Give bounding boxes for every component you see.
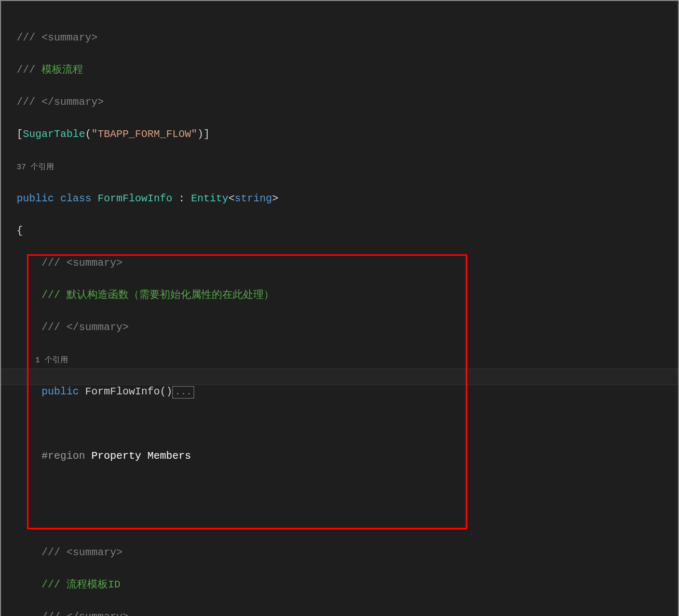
code-area[interactable]: /// <summary> /// 模板流程 /// </summary> [S…: [1, 1, 678, 616]
xml-doc: ///: [17, 64, 42, 76]
code-line[interactable]: public class FormFlowInfo : Entity<strin…: [17, 190, 678, 207]
codelens-line[interactable]: 37 个引用: [17, 158, 678, 174]
attribute-type: SugarTable: [23, 128, 85, 140]
ctor-name: FormFlowInfo: [79, 386, 160, 398]
references-codelens[interactable]: 1 个引用: [17, 354, 68, 366]
string-literal: "TBAPP_FORM_FLOW": [91, 128, 197, 140]
code-line[interactable]: [17, 480, 678, 496]
keyword: string: [235, 193, 272, 204]
xml-doc: /// </summary>: [17, 96, 104, 108]
xml-doc: /// <summary>: [17, 546, 123, 558]
xml-doc: /// <summary>: [17, 32, 98, 44]
comment-text: /// 默认构造函数（需要初始化属性的在此处理）: [17, 289, 274, 301]
code-line[interactable]: /// <summary>: [17, 255, 678, 271]
paren: )]: [197, 128, 210, 140]
region-label: Property Members: [85, 450, 191, 462]
brace: {: [17, 225, 23, 237]
angle: <: [228, 193, 235, 204]
paren: (: [85, 128, 91, 140]
xml-doc: /// </summary>: [17, 321, 129, 333]
comment-text: /// 流程模板ID: [17, 579, 120, 591]
references-codelens[interactable]: 37 个引用: [17, 161, 54, 173]
angle: >: [272, 193, 278, 204]
code-line[interactable]: /// 模板流程: [17, 62, 678, 78]
bracket: [: [17, 128, 23, 140]
code-editor[interactable]: /// <summary> /// 模板流程 /// </summary> [S…: [0, 0, 679, 616]
base-class: Entity: [191, 193, 228, 204]
code-line[interactable]: [SugarTable("TBAPP_FORM_FLOW")]: [17, 126, 678, 142]
keyword: public: [17, 386, 79, 398]
paren: (): [160, 386, 172, 398]
code-line[interactable]: public FormFlowInfo()...: [17, 384, 678, 400]
code-line[interactable]: [17, 512, 678, 528]
code-line[interactable]: /// <summary>: [17, 30, 678, 46]
code-line[interactable]: /// <summary>: [17, 544, 678, 560]
keyword: public: [17, 193, 54, 204]
code-line[interactable]: /// 默认构造函数（需要初始化属性的在此处理）: [17, 287, 678, 303]
code-line[interactable]: /// </summary>: [17, 94, 678, 110]
class-name: FormFlowInfo: [91, 193, 172, 204]
xml-doc: /// <summary>: [17, 257, 123, 269]
keyword: class: [54, 193, 91, 204]
code-line[interactable]: /// </summary>: [17, 609, 678, 616]
code-line[interactable]: /// </summary>: [17, 319, 678, 335]
punct: :: [172, 193, 191, 204]
code-line[interactable]: {: [17, 223, 678, 239]
region-keyword: #region: [17, 450, 85, 462]
code-line[interactable]: /// 流程模板ID: [17, 577, 678, 593]
code-line[interactable]: #region Property Members: [17, 448, 678, 464]
code-line[interactable]: [17, 416, 678, 432]
codelens-line[interactable]: 1 个引用: [17, 351, 678, 367]
comment-text: 模板流程: [42, 64, 83, 76]
fold-collapsed-icon[interactable]: ...: [172, 386, 194, 399]
xml-doc: /// </summary>: [17, 611, 129, 616]
